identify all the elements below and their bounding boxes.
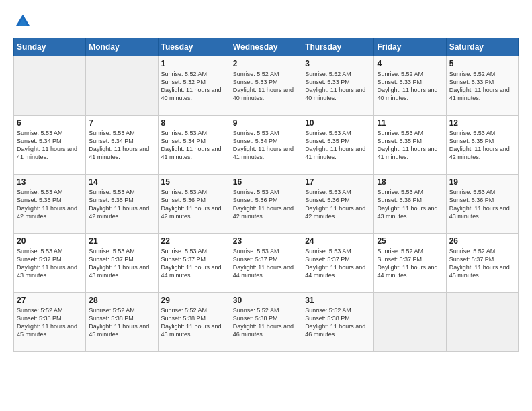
cell-details: Sunrise: 5:53 AM Sunset: 5:36 PM Dayligh… (161, 188, 227, 221)
calendar-cell: 26Sunrise: 5:52 AM Sunset: 5:37 PM Dayli… (446, 234, 518, 293)
day-number: 14 (89, 177, 154, 187)
day-number: 17 (305, 177, 371, 187)
day-number: 6 (17, 118, 83, 128)
day-number: 7 (89, 118, 154, 128)
calendar-week-row: 27Sunrise: 5:52 AM Sunset: 5:38 PM Dayli… (14, 293, 519, 352)
day-number: 2 (233, 59, 299, 68)
calendar-cell: 24Sunrise: 5:53 AM Sunset: 5:37 PM Dayli… (302, 234, 374, 293)
cell-details: Sunrise: 5:52 AM Sunset: 5:38 PM Dayligh… (89, 306, 154, 339)
cell-details: Sunrise: 5:52 AM Sunset: 5:32 PM Dayligh… (161, 70, 227, 103)
calendar-cell: 23Sunrise: 5:53 AM Sunset: 5:37 PM Dayli… (230, 234, 302, 293)
day-number: 29 (161, 295, 227, 305)
day-number: 3 (305, 59, 371, 68)
day-number: 15 (161, 177, 227, 187)
calendar-cell: 22Sunrise: 5:53 AM Sunset: 5:37 PM Dayli… (158, 234, 230, 293)
calendar-week-row: 1Sunrise: 5:52 AM Sunset: 5:32 PM Daylig… (14, 56, 519, 116)
day-number: 1 (161, 59, 227, 68)
day-number: 30 (233, 295, 299, 305)
calendar-cell: 29Sunrise: 5:52 AM Sunset: 5:38 PM Dayli… (158, 293, 230, 352)
day-number: 5 (449, 59, 515, 68)
day-number: 9 (233, 118, 299, 128)
calendar-cell: 28Sunrise: 5:52 AM Sunset: 5:38 PM Dayli… (86, 293, 158, 352)
calendar-cell: 2Sunrise: 5:52 AM Sunset: 5:33 PM Daylig… (230, 56, 302, 116)
weekday-header: Wednesday (230, 38, 302, 56)
day-number: 25 (377, 236, 443, 246)
calendar-cell: 11Sunrise: 5:53 AM Sunset: 5:35 PM Dayli… (374, 116, 446, 175)
cell-details: Sunrise: 5:52 AM Sunset: 5:38 PM Dayligh… (305, 306, 371, 339)
logo-icon (13, 12, 32, 31)
cell-details: Sunrise: 5:52 AM Sunset: 5:38 PM Dayligh… (161, 306, 227, 339)
day-number: 26 (449, 236, 515, 246)
calendar-cell: 20Sunrise: 5:53 AM Sunset: 5:37 PM Dayli… (14, 234, 86, 293)
calendar-cell (14, 56, 86, 116)
calendar-cell: 7Sunrise: 5:53 AM Sunset: 5:34 PM Daylig… (86, 116, 158, 175)
cell-details: Sunrise: 5:52 AM Sunset: 5:33 PM Dayligh… (449, 70, 515, 103)
cell-details: Sunrise: 5:53 AM Sunset: 5:35 PM Dayligh… (17, 188, 83, 221)
weekday-header: Monday (86, 38, 158, 56)
cell-details: Sunrise: 5:53 AM Sunset: 5:37 PM Dayligh… (233, 247, 299, 280)
cell-details: Sunrise: 5:53 AM Sunset: 5:34 PM Dayligh… (161, 129, 227, 162)
calendar-cell: 17Sunrise: 5:53 AM Sunset: 5:36 PM Dayli… (302, 175, 374, 234)
calendar-header-row: SundayMondayTuesdayWednesdayThursdayFrid… (14, 38, 519, 56)
calendar-week-row: 6Sunrise: 5:53 AM Sunset: 5:34 PM Daylig… (14, 116, 519, 175)
calendar-cell: 27Sunrise: 5:52 AM Sunset: 5:38 PM Dayli… (14, 293, 86, 352)
cell-details: Sunrise: 5:53 AM Sunset: 5:37 PM Dayligh… (17, 247, 83, 280)
calendar-cell: 31Sunrise: 5:52 AM Sunset: 5:38 PM Dayli… (302, 293, 374, 352)
cell-details: Sunrise: 5:52 AM Sunset: 5:38 PM Dayligh… (17, 306, 83, 339)
day-number: 4 (377, 59, 443, 68)
day-number: 18 (377, 177, 443, 187)
calendar-week-row: 13Sunrise: 5:53 AM Sunset: 5:35 PM Dayli… (14, 175, 519, 234)
calendar-cell: 15Sunrise: 5:53 AM Sunset: 5:36 PM Dayli… (158, 175, 230, 234)
day-number: 8 (161, 118, 227, 128)
weekday-header: Saturday (446, 38, 518, 56)
day-number: 21 (89, 236, 154, 246)
cell-details: Sunrise: 5:52 AM Sunset: 5:33 PM Dayligh… (377, 70, 443, 103)
weekday-header: Thursday (302, 38, 374, 56)
calendar-cell: 18Sunrise: 5:53 AM Sunset: 5:36 PM Dayli… (374, 175, 446, 234)
cell-details: Sunrise: 5:53 AM Sunset: 5:37 PM Dayligh… (305, 247, 371, 280)
cell-details: Sunrise: 5:52 AM Sunset: 5:33 PM Dayligh… (305, 70, 371, 103)
calendar-cell: 6Sunrise: 5:53 AM Sunset: 5:34 PM Daylig… (14, 116, 86, 175)
calendar-cell: 8Sunrise: 5:53 AM Sunset: 5:34 PM Daylig… (158, 116, 230, 175)
cell-details: Sunrise: 5:53 AM Sunset: 5:35 PM Dayligh… (449, 129, 515, 162)
day-number: 12 (449, 118, 515, 128)
cell-details: Sunrise: 5:53 AM Sunset: 5:34 PM Dayligh… (233, 129, 299, 162)
cell-details: Sunrise: 5:53 AM Sunset: 5:36 PM Dayligh… (305, 188, 371, 221)
calendar-cell: 5Sunrise: 5:52 AM Sunset: 5:33 PM Daylig… (446, 56, 518, 116)
cell-details: Sunrise: 5:53 AM Sunset: 5:36 PM Dayligh… (233, 188, 299, 221)
page: SundayMondayTuesdayWednesdayThursdayFrid… (0, 0, 532, 411)
calendar-cell: 30Sunrise: 5:52 AM Sunset: 5:38 PM Dayli… (230, 293, 302, 352)
day-number: 27 (17, 295, 83, 305)
calendar-cell: 10Sunrise: 5:53 AM Sunset: 5:35 PM Dayli… (302, 116, 374, 175)
logo (13, 12, 35, 31)
calendar-table: SundayMondayTuesdayWednesdayThursdayFrid… (13, 38, 519, 352)
calendar-cell: 3Sunrise: 5:52 AM Sunset: 5:33 PM Daylig… (302, 56, 374, 116)
cell-details: Sunrise: 5:53 AM Sunset: 5:34 PM Dayligh… (17, 129, 83, 162)
cell-details: Sunrise: 5:53 AM Sunset: 5:35 PM Dayligh… (305, 129, 371, 162)
calendar-cell: 25Sunrise: 5:52 AM Sunset: 5:37 PM Dayli… (374, 234, 446, 293)
cell-details: Sunrise: 5:52 AM Sunset: 5:37 PM Dayligh… (449, 247, 515, 280)
cell-details: Sunrise: 5:52 AM Sunset: 5:37 PM Dayligh… (377, 247, 443, 280)
day-number: 31 (305, 295, 371, 305)
day-number: 13 (17, 177, 83, 187)
cell-details: Sunrise: 5:53 AM Sunset: 5:35 PM Dayligh… (89, 188, 154, 221)
calendar-cell (446, 293, 518, 352)
weekday-header: Tuesday (158, 38, 230, 56)
day-number: 11 (377, 118, 443, 128)
day-number: 28 (89, 295, 154, 305)
cell-details: Sunrise: 5:52 AM Sunset: 5:33 PM Dayligh… (233, 70, 299, 103)
day-number: 16 (233, 177, 299, 187)
calendar-cell: 9Sunrise: 5:53 AM Sunset: 5:34 PM Daylig… (230, 116, 302, 175)
day-number: 24 (305, 236, 371, 246)
cell-details: Sunrise: 5:53 AM Sunset: 5:35 PM Dayligh… (377, 129, 443, 162)
calendar-cell: 12Sunrise: 5:53 AM Sunset: 5:35 PM Dayli… (446, 116, 518, 175)
calendar-cell: 19Sunrise: 5:53 AM Sunset: 5:36 PM Dayli… (446, 175, 518, 234)
cell-details: Sunrise: 5:53 AM Sunset: 5:36 PM Dayligh… (377, 188, 443, 221)
cell-details: Sunrise: 5:53 AM Sunset: 5:34 PM Dayligh… (89, 129, 154, 162)
cell-details: Sunrise: 5:53 AM Sunset: 5:36 PM Dayligh… (449, 188, 515, 221)
weekday-header: Friday (374, 38, 446, 56)
weekday-header: Sunday (14, 38, 86, 56)
calendar-cell: 21Sunrise: 5:53 AM Sunset: 5:37 PM Dayli… (86, 234, 158, 293)
cell-details: Sunrise: 5:52 AM Sunset: 5:38 PM Dayligh… (233, 306, 299, 339)
cell-details: Sunrise: 5:53 AM Sunset: 5:37 PM Dayligh… (161, 247, 227, 280)
